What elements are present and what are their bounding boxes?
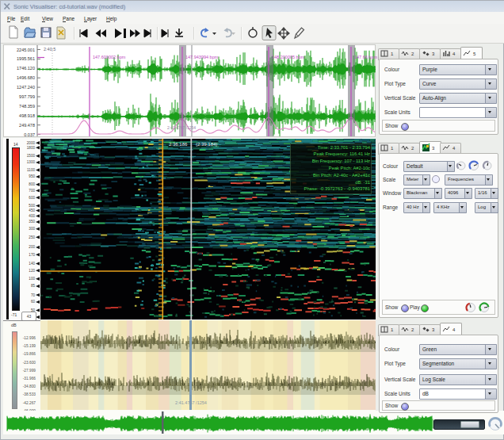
svg-text:2:41.4767 /1254: 2:41.4767 /1254	[175, 400, 207, 405]
